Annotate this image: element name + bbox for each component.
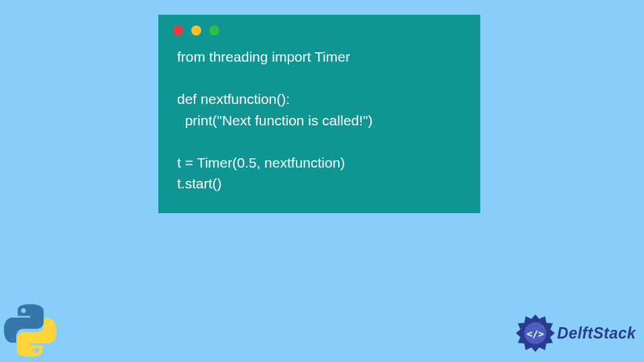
code-block: from threading import Timer def nextfunc… <box>158 41 480 200</box>
svg-text:</>: </> <box>526 328 543 339</box>
delftstack-logo: </> DelftStack <box>516 314 636 353</box>
code-window: from threading import Timer def nextfunc… <box>158 15 480 213</box>
delftstack-label: DelftStack <box>557 324 636 343</box>
delftstack-badge-icon: </> <box>516 314 555 353</box>
python-logo-icon <box>3 303 58 358</box>
window-titlebar <box>158 15 480 41</box>
traffic-light-close-icon <box>173 25 183 36</box>
traffic-light-minimize-icon <box>191 25 201 36</box>
traffic-light-zoom-icon <box>209 25 219 36</box>
